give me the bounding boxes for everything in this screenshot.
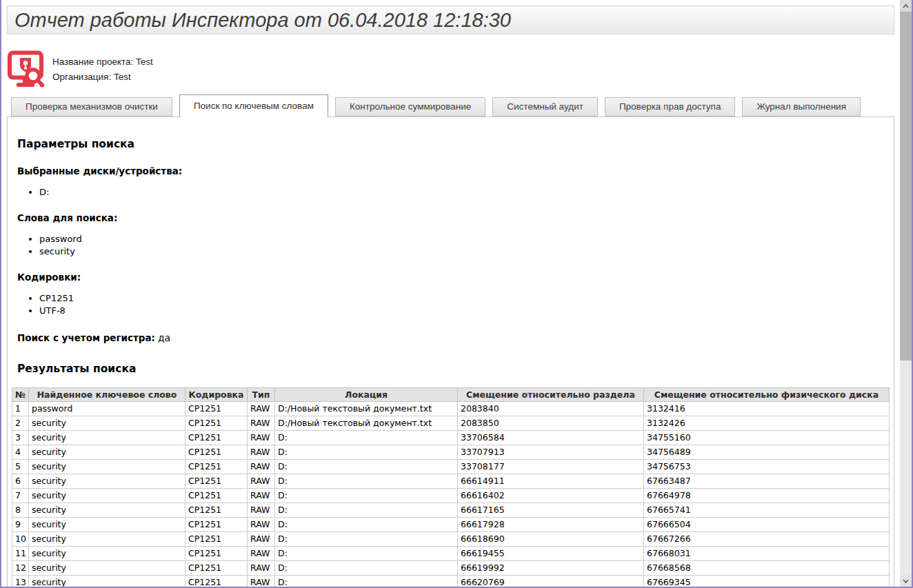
column-header: Кодировка (185, 388, 248, 402)
table-cell: security (29, 561, 185, 576)
table-cell: security (29, 445, 185, 460)
table-cell: 67669345 (644, 576, 890, 587)
table-cell: security (29, 503, 185, 518)
list-item: security (39, 246, 890, 256)
table-cell: 9 (12, 518, 29, 532)
table-cell: RAW (248, 489, 275, 503)
tab-strip: Проверка механизмов очисткиПоиск по ключ… (7, 94, 894, 116)
column-header: Смещение относительно раздела (458, 388, 644, 402)
table-cell: 67668568 (644, 561, 890, 576)
table-cell: 33708177 (458, 460, 644, 474)
table-row: 8securityCP1251RAWD:6661716567665741 (12, 503, 890, 518)
table-cell: 66618690 (458, 532, 644, 547)
table-cell: 10 (12, 532, 29, 547)
table-cell: CP1251 (185, 445, 248, 460)
encodings-label: Кодировки: (17, 272, 890, 283)
table-cell: CP1251 (185, 576, 248, 587)
table-cell: security (29, 431, 185, 445)
tab-4[interactable]: Системный аудит (492, 97, 598, 116)
table-cell: 66619992 (458, 561, 644, 576)
table-cell: D:/Новый текстовый документ.txt (275, 416, 458, 431)
table-row: 7securityCP1251RAWD:6661640267664978 (12, 489, 890, 503)
organization-line: Организация: Test (52, 70, 153, 85)
tab-6[interactable]: Журнал выполнения (742, 97, 861, 116)
table-cell: D: (275, 503, 458, 518)
results-table: №Найденное ключевое словоКодировкаТипЛок… (12, 387, 890, 587)
table-cell: 67668031 (644, 547, 890, 561)
scroll-up-button[interactable] (900, 0, 912, 12)
table-cell: D: (275, 532, 458, 547)
table-row: 11securityCP1251RAWD:6661945567668031 (12, 547, 890, 561)
tab-1[interactable]: Проверка механизмов очистки (11, 97, 172, 116)
table-cell: RAW (248, 576, 275, 587)
table-cell: CP1251 (185, 489, 248, 503)
scroll-down-button[interactable] (900, 575, 912, 587)
table-cell: security (29, 474, 185, 489)
organization-value: Test (114, 72, 131, 82)
header-row: №Найденное ключевое словоКодировкаТипЛок… (12, 388, 890, 402)
project-info: Название проекта: Test Организация: Test (52, 54, 153, 85)
table-cell: 67664978 (644, 489, 890, 503)
table-cell: CP1251 (185, 474, 248, 489)
table-cell: CP1251 (185, 431, 248, 445)
table-cell: D: (275, 431, 458, 445)
words-label: Слова для поиска: (17, 212, 890, 223)
table-cell: 3132426 (644, 416, 890, 431)
table-cell: security (29, 576, 185, 587)
project-name-label: Название проекта: (52, 57, 133, 67)
tab-5[interactable]: Проверка прав доступа (605, 97, 736, 116)
encodings-list: CP1251UTF-8 (17, 293, 890, 316)
table-cell: CP1251 (185, 547, 248, 561)
table-cell: 2083850 (458, 416, 644, 431)
list-item: CP1251 (39, 293, 890, 303)
table-cell: RAW (248, 518, 275, 532)
table-cell: 67667266 (644, 532, 890, 547)
table-cell: security (29, 489, 185, 503)
table-cell: RAW (248, 402, 275, 416)
table-cell: D: (275, 561, 458, 576)
table-row: 13securityCP1251RAWD:6662076967669345 (12, 576, 890, 587)
table-cell: RAW (248, 445, 275, 460)
table-row: 9securityCP1251RAWD:6661792867666504 (12, 518, 890, 532)
table-cell: 7 (12, 489, 29, 503)
list-item: password (39, 234, 890, 244)
table-cell: CP1251 (185, 416, 248, 431)
page-title: Отчет работы Инспектора от 06.04.2018 12… (8, 6, 894, 33)
table-cell: CP1251 (185, 402, 248, 416)
table-cell: D:/Новый текстовый документ.txt (275, 402, 458, 416)
table-row: 6securityCP1251RAWD:6661491167663487 (12, 474, 890, 489)
scrollbar-thumb[interactable] (900, 12, 912, 361)
table-cell: security (29, 416, 185, 431)
table-cell: CP1251 (185, 561, 248, 576)
table-cell: 3132416 (644, 402, 890, 416)
table-cell: RAW (248, 460, 275, 474)
table-cell: 67665741 (644, 503, 890, 518)
case-sensitive-line: Поиск с учетом регистра: да (17, 332, 890, 343)
table-cell: CP1251 (185, 532, 248, 547)
table-cell: 34755160 (644, 431, 890, 445)
table-cell: 12 (12, 561, 29, 576)
column-header: Локация (275, 388, 458, 402)
brand-row: Название проекта: Test Организация: Test (7, 50, 894, 90)
table-cell: 33706584 (458, 431, 644, 445)
table-cell: RAW (248, 416, 275, 431)
table-cell: security (29, 460, 185, 474)
table-cell: security (29, 547, 185, 561)
column-header: № (12, 388, 29, 402)
project-name-value: Test (136, 57, 153, 67)
tab-3[interactable]: Контрольное суммирование (335, 97, 485, 116)
table-cell: 34756753 (644, 460, 890, 474)
table-cell: 34756489 (644, 445, 890, 460)
table-cell: 11 (12, 547, 29, 561)
column-header: Найденное ключевое слово (29, 388, 185, 402)
table-cell: D: (275, 460, 458, 474)
tab-2-active[interactable]: Поиск по ключевым словам (179, 94, 328, 117)
table-cell: 66617165 (458, 503, 644, 518)
table-cell: 5 (12, 460, 29, 474)
table-row: 4securityCP1251RAWD:3370791334756489 (12, 445, 890, 460)
table-cell: password (29, 402, 185, 416)
table-cell: 6 (12, 474, 29, 489)
table-cell: 33707913 (458, 445, 644, 460)
vertical-scrollbar[interactable] (900, 0, 912, 587)
table-cell: RAW (248, 561, 275, 576)
